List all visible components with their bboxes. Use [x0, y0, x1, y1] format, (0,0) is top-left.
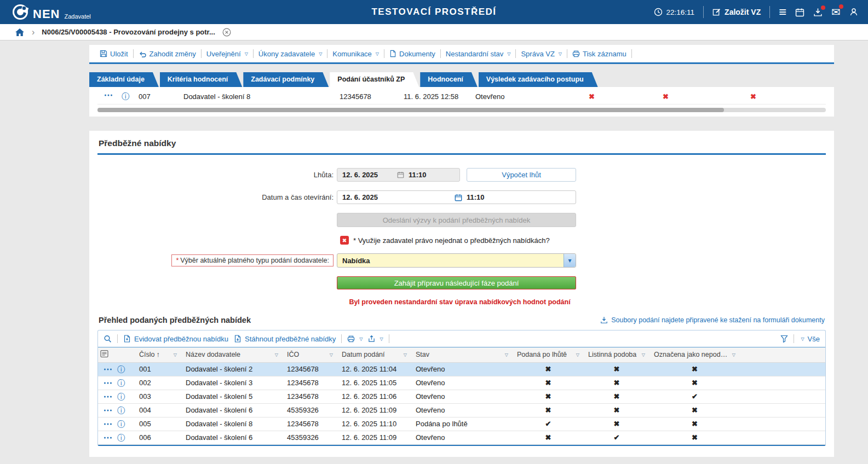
x-mark-icon: ✖	[663, 92, 669, 101]
column-settings-header[interactable]	[98, 347, 135, 362]
calendar-icon[interactable]	[397, 171, 404, 178]
deadline-datetime-input[interactable]: 12. 6. 2025 11:10	[337, 168, 460, 182]
home-icon[interactable]	[15, 28, 25, 37]
filter-chevron-icon[interactable]: ▽	[505, 352, 508, 357]
scrollbar-thumb[interactable]	[97, 108, 724, 112]
chevron-down-icon[interactable]: ▾	[564, 254, 576, 267]
cell-oznacena-jako-nepodana: ✔	[649, 390, 740, 403]
info-icon[interactable]: ⓘ	[117, 434, 125, 442]
filter-chevron-icon[interactable]: ▽	[330, 352, 333, 357]
start-next-phase-button[interactable]: Zahájit přípravu následující fáze podání	[337, 276, 576, 289]
filter-preset-all[interactable]: ▽ Vše	[800, 335, 820, 343]
opening-datetime-input[interactable]: 12. 6. 2025 11:10	[337, 190, 576, 204]
filter-chevron-icon[interactable]: ▽	[642, 352, 645, 357]
discard-changes-button[interactable]: Zahodit změny	[134, 50, 201, 58]
table-row[interactable]: ⓘ 004 Dodavatel - školení 6 45359326 12.…	[98, 403, 825, 417]
document-icon	[389, 50, 396, 57]
tab-zadavaci-podminky[interactable]: Zadávací podmínky	[243, 72, 329, 87]
print-menu[interactable]: ▽	[347, 335, 363, 343]
close-record-button[interactable]	[222, 28, 231, 37]
record-tabs: Základní údaje Kritéria hodnocení Zadáva…	[89, 72, 834, 87]
filter-chevron-icon[interactable]: ▽	[174, 352, 177, 357]
table-row[interactable]: ⓘ 002 Dodavatel - školení 3 12345678 12.…	[98, 376, 825, 390]
row-menu-icon[interactable]	[104, 382, 112, 384]
filter-chevron-icon[interactable]: ▽	[275, 352, 278, 357]
download-icon	[600, 316, 608, 324]
info-icon[interactable]: ⓘ	[117, 366, 125, 373]
user-button[interactable]	[849, 8, 858, 16]
deadline-date-value: 12. 6. 2025	[342, 171, 397, 179]
row-menu-icon[interactable]	[104, 409, 112, 411]
create-vz-button[interactable]: Založit VZ	[712, 8, 761, 16]
chevron-down-icon: ▽	[507, 51, 510, 56]
start-next-phase-row: Zahájit přípravu následující fáze podání	[97, 276, 826, 289]
row-menu-icon[interactable]	[104, 94, 113, 96]
download-prelim-offers-button[interactable]: Stáhnout předběžné nabídky	[234, 335, 336, 343]
filter-chevron-icon[interactable]: ▽	[576, 352, 579, 357]
info-icon[interactable]: ⓘ	[122, 92, 129, 100]
nonstandard-state-menu[interactable]: Nestandardní stav ▽	[441, 50, 516, 58]
filter-chevron-icon[interactable]: ▽	[404, 352, 407, 357]
content-container: Uložit Zahodit změny Uveřejnění ▽ Úkony …	[89, 45, 834, 457]
cell-datum-podani: 12. 6. 2025 11:05	[337, 376, 411, 390]
cell-podana-po-lhute: ✖	[513, 431, 584, 444]
export-menu[interactable]: ▽	[368, 335, 383, 343]
row-menu-icon[interactable]	[104, 437, 112, 439]
search-button[interactable]	[104, 335, 112, 343]
calendar-icon[interactable]	[455, 194, 462, 201]
cell-podana-po-lhute: ✔	[513, 417, 584, 431]
filter-chevron-icon[interactable]: ▽	[732, 352, 735, 357]
table-row[interactable]: ⓘ 006 Dodavatel - školení 6 45359326 12.…	[98, 431, 825, 444]
tab-hodnoceni[interactable]: Hodnocení	[420, 72, 478, 87]
cell-nazev-dodavatele: Dodavatel - školení 3	[181, 376, 283, 390]
x-mark-icon: ✖	[589, 92, 595, 101]
submission-type-select[interactable]: Nabídka ▾	[337, 253, 576, 268]
table-row[interactable]: ⓘ 007 Dodavatel - školení 8 12345678 11.…	[97, 89, 826, 105]
checkbox-x-icon[interactable]: ✖	[340, 236, 349, 245]
messages-button[interactable]: ✉	[831, 7, 841, 18]
header-datum-podani[interactable]: Datum podání ▽	[337, 347, 411, 362]
header-podana-po-lhute[interactable]: Podaná po lhůtě ▽	[513, 347, 584, 362]
downloads-button[interactable]	[813, 8, 823, 17]
table-row[interactable]: ⓘ 003 Dodavatel - školení 5 12345678 12.…	[98, 390, 825, 403]
communication-menu[interactable]: Komunikace ▽	[327, 50, 384, 58]
header-oznacena-jako-nepodana[interactable]: Označena jako nepodaná ▽	[649, 347, 740, 362]
files-download-link[interactable]: Soubory podání najdete připravené ke sta…	[600, 316, 825, 324]
row-menu-icon[interactable]	[104, 423, 112, 425]
info-icon[interactable]: ⓘ	[117, 407, 125, 414]
cell-ico: 45359326	[283, 431, 337, 444]
horizontal-scrollbar[interactable]	[97, 108, 826, 112]
send-invite-button[interactable]: Odeslání výzvy k podání předběžných nabí…	[337, 213, 576, 227]
table-row[interactable]: ⓘ 005 Dodavatel - školení 8 12345678 12.…	[98, 417, 825, 431]
print-record-button[interactable]: Tisk záznamu	[567, 50, 631, 58]
header-cislo[interactable]: Číslo↑ ▽	[135, 347, 181, 362]
manage-vz-menu[interactable]: Správa VZ ▽	[516, 50, 567, 58]
tab-podani-ucastniku-zp[interactable]: Podání účastníků ZP	[330, 72, 419, 87]
table-row[interactable]: ⓘ 001 Dodavatel - školení 2 12345678 12.…	[98, 362, 825, 376]
header-nazev-dodavatele[interactable]: Název dodavatele ▽	[181, 347, 283, 362]
row-menu-icon[interactable]	[104, 396, 112, 398]
header-listinna-podoba[interactable]: Listinná podoba ▽	[584, 347, 649, 362]
row-menu-icon[interactable]	[104, 368, 112, 370]
header-stav[interactable]: Stav ▽	[411, 347, 513, 362]
tab-zakladni-udaje[interactable]: Základní údaje	[89, 72, 159, 87]
filter-button[interactable]	[780, 335, 788, 343]
calc-deadlines-button[interactable]: Výpočet lhůt	[467, 168, 576, 182]
register-prelim-offer-button[interactable]: Evidovat předběžnou nabídku	[123, 335, 228, 343]
menu-icon[interactable]: ≡	[779, 5, 786, 19]
contracting-actions-menu[interactable]: Úkony zadavatele ▽	[254, 50, 327, 58]
tab-vysledek-zadavaciho-postupu[interactable]: Výsledek zadávacího postupu	[479, 72, 598, 87]
documents-button[interactable]: Dokumenty	[384, 50, 440, 58]
breadcrumb-item[interactable]: N006/25/V00005438 - Provozování prodejny…	[42, 28, 215, 36]
info-icon[interactable]: ⓘ	[117, 420, 125, 428]
print-record-label: Tisk záznamu	[583, 50, 626, 58]
cell-cislo: 002	[135, 376, 181, 390]
info-icon[interactable]: ⓘ	[117, 379, 125, 387]
cell-cislo: 003	[135, 390, 181, 403]
tab-kriteria-hodnoceni[interactable]: Kritéria hodnocení	[160, 72, 242, 87]
info-icon[interactable]: ⓘ	[117, 393, 125, 401]
header-ico[interactable]: IČO ▽	[283, 347, 337, 362]
calendar-button[interactable]	[795, 8, 804, 17]
publish-menu[interactable]: Uveřejnění ▽	[202, 50, 253, 58]
save-button[interactable]: Uložit	[95, 50, 133, 58]
